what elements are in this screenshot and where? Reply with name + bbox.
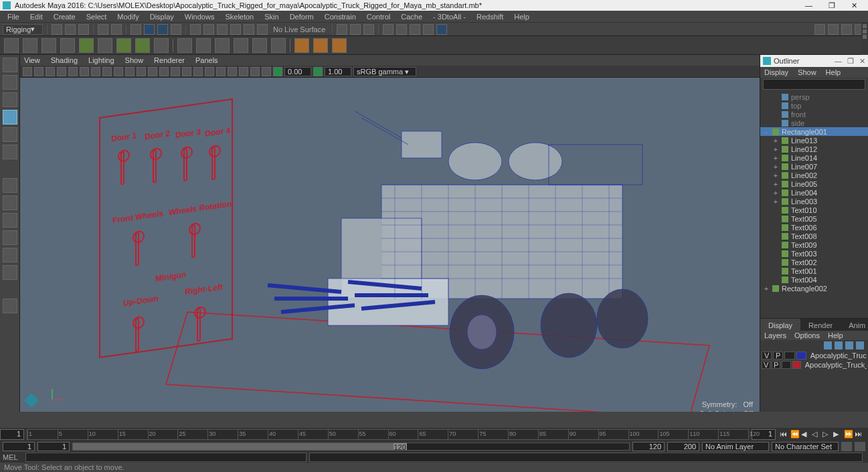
color-space-selector[interactable]: sRGB gamma ▾ — [353, 67, 416, 76]
front-wheels-control[interactable] — [135, 232, 139, 266]
outliner-menu-display[interactable]: Display — [764, 68, 788, 76]
range-inner-end-input[interactable]: 120 — [632, 442, 665, 451]
film-gate-icon[interactable] — [91, 67, 100, 76]
save-scene-icon[interactable] — [78, 24, 89, 35]
hypershade-icon[interactable] — [396, 24, 407, 35]
vp-menu-renderer[interactable]: Renderer — [154, 56, 185, 64]
panel-layout-icon[interactable] — [436, 24, 447, 35]
shelf-button[interactable] — [271, 38, 286, 53]
shelf-button[interactable] — [79, 38, 94, 53]
range-total-input[interactable]: 200 — [667, 442, 699, 451]
outliner-node[interactable]: +Line004 — [760, 188, 868, 197]
toggle-channel-box-icon[interactable] — [814, 24, 825, 35]
layer-menu-help[interactable]: Help — [828, 331, 843, 339]
rightleft-control[interactable] — [197, 308, 201, 342]
outliner-node[interactable]: -Rectangle001 — [760, 127, 868, 136]
outliner-menu-help[interactable]: Help — [826, 68, 841, 76]
shelf-button[interactable] — [23, 38, 37, 53]
outliner-node[interactable]: +Line002 — [760, 171, 868, 179]
lights-icon[interactable] — [159, 67, 169, 76]
image-plane-icon[interactable] — [46, 67, 55, 76]
vp-menu-show[interactable]: Show — [125, 56, 144, 64]
layer-tab-anim[interactable]: Anim — [841, 319, 868, 331]
shelf-button[interactable] — [313, 38, 328, 53]
render-settings-icon[interactable] — [383, 24, 394, 35]
construction-history-icon[interactable] — [337, 24, 347, 35]
sidebar-toggle[interactable] — [861, 23, 868, 55]
shelf-button[interactable] — [98, 38, 112, 53]
bookmark-icon[interactable] — [34, 67, 44, 76]
autokey-icon[interactable] — [841, 442, 852, 451]
vp-menu-view[interactable]: View — [24, 56, 40, 64]
outliner-node[interactable]: +Line013 — [760, 136, 868, 145]
new-scene-icon[interactable] — [52, 24, 62, 35]
outliner-node[interactable]: Text009 — [760, 240, 868, 249]
layer-new-empty-icon[interactable] — [845, 341, 853, 349]
isolate-icon[interactable] — [182, 67, 191, 76]
textured-icon[interactable] — [148, 67, 157, 76]
menu-deform[interactable]: Deform — [285, 13, 319, 21]
viewport-canvas[interactable]: Door 1 Door 2 Door 3 Door 4 Front Wheels… — [20, 78, 760, 412]
shelf-button[interactable] — [4, 38, 19, 53]
vp-menu-lighting[interactable]: Lighting — [88, 56, 114, 64]
script-lang-label[interactable]: MEL — [3, 453, 23, 461]
undo-icon[interactable] — [98, 24, 108, 35]
ipr-render-icon[interactable] — [363, 24, 374, 35]
prefs-icon[interactable] — [855, 442, 865, 451]
snap-live-icon[interactable] — [244, 24, 254, 35]
shelf-button[interactable] — [154, 38, 169, 53]
goto-start-icon[interactable]: ⏮ — [780, 430, 789, 439]
outliner-node[interactable]: top — [760, 101, 868, 110]
outliner-node[interactable]: +Line014 — [760, 153, 868, 162]
layer-row[interactable]: VPApocalyptic_Truck — [760, 351, 868, 360]
layer-menu-options[interactable]: Options — [794, 331, 820, 339]
snap-center-icon[interactable] — [257, 24, 268, 35]
move-tool-icon[interactable] — [3, 110, 17, 125]
menu-cache[interactable]: Cache — [396, 13, 427, 21]
range-slider[interactable]: 1 1 120 120 200 No Anim Layer No Charact… — [0, 441, 868, 452]
motionb-icon[interactable] — [262, 67, 271, 76]
layer-move-down-icon[interactable] — [835, 341, 843, 349]
menu-modify[interactable]: Modify — [112, 13, 143, 21]
wireframe-icon[interactable] — [125, 67, 135, 76]
updown-control[interactable] — [135, 318, 139, 352]
motion-trail-icon[interactable] — [216, 67, 226, 76]
menu-control[interactable]: Control — [362, 13, 395, 21]
shelf-button[interactable] — [234, 38, 248, 53]
play-back-icon[interactable]: ◁ — [812, 430, 821, 439]
aa-icon[interactable] — [239, 67, 248, 76]
menu-constrain[interactable]: Constrain — [320, 13, 361, 21]
menu-display[interactable]: Display — [145, 13, 179, 21]
shelf-button[interactable] — [135, 38, 150, 53]
layout-custom-icon[interactable] — [3, 299, 17, 313]
door3-control[interactable] — [183, 148, 187, 182]
outliner-node[interactable]: front — [760, 110, 868, 119]
vp-menu-shading[interactable]: Shading — [51, 56, 78, 64]
layer-row[interactable]: VPApocalyptic_Truck_Con — [760, 360, 868, 370]
select-mode-icon[interactable] — [131, 24, 141, 35]
outliner-node[interactable]: Text005 — [760, 214, 868, 223]
grease-pencil-icon[interactable] — [68, 67, 78, 76]
toggle-tool-settings-icon[interactable] — [841, 24, 852, 35]
outliner-node[interactable]: Text004 — [760, 275, 868, 284]
render-frame-icon[interactable] — [350, 24, 361, 35]
character-set-selector[interactable]: No Character Set — [772, 442, 839, 451]
menu-create[interactable]: Create — [49, 13, 80, 21]
shelf-button[interactable] — [215, 38, 230, 53]
camera-select-icon[interactable] — [23, 67, 32, 76]
xray-icon[interactable] — [193, 67, 203, 76]
maximize-button[interactable]: ❐ — [829, 1, 835, 10]
time-slider[interactable]: 1 15101520253035404550556065707580859095… — [0, 428, 868, 441]
outliner-node[interactable]: Text006 — [760, 223, 868, 232]
outliner-node[interactable]: +Rectangle002 — [760, 284, 868, 293]
scale-tool-icon[interactable] — [3, 145, 17, 159]
door1-control[interactable] — [120, 151, 124, 185]
step-back-icon[interactable]: ◀ — [801, 430, 810, 439]
resolution-gate-icon[interactable] — [102, 67, 112, 76]
outliner-node[interactable]: +Line005 — [760, 179, 868, 188]
layout-outliner-icon[interactable] — [3, 248, 17, 262]
range-start-input[interactable]: 1 — [3, 442, 35, 451]
snap-curve-icon[interactable] — [203, 24, 214, 35]
workspace-selector[interactable]: Rigging ▾ — [3, 24, 43, 35]
layout-single-icon[interactable] — [3, 178, 17, 193]
